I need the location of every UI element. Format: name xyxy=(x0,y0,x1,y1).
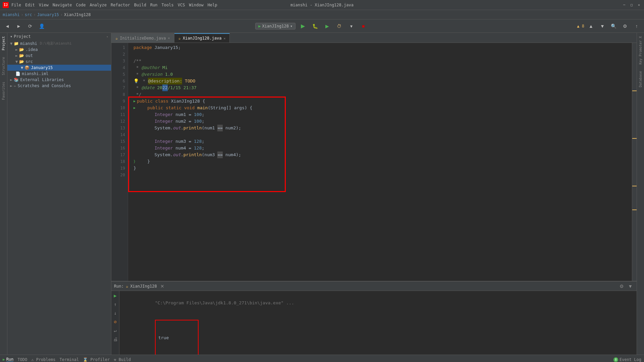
structure-tab-button[interactable]: Structure xyxy=(1,55,6,77)
console-output-block: true false xyxy=(123,313,633,355)
tab-initialize-demo[interactable]: ☕ InitializeDemo.java ✕ xyxy=(111,33,174,43)
project-header[interactable]: ▾ Project ▾ xyxy=(7,33,111,40)
menu-tools[interactable]: Tools xyxy=(162,3,174,7)
user-button[interactable]: 👤 xyxy=(37,21,46,31)
folder-icon: 📂 xyxy=(19,53,24,58)
menu-refactor[interactable]: Refactor xyxy=(111,3,130,7)
tree-item-label: out xyxy=(25,53,33,58)
close-button[interactable]: ✕ xyxy=(637,3,641,7)
window-controls: ─ □ ✕ xyxy=(622,3,641,7)
menu-file[interactable]: File xyxy=(11,3,21,7)
tab-close-2[interactable]: ✕ xyxy=(223,37,225,40)
key-promoter-tab[interactable]: Key Promoter X xyxy=(638,34,643,66)
title-bar-left: IJ File Edit View Navigate Code Analyze … xyxy=(3,2,217,8)
menu-build[interactable]: Build xyxy=(134,3,146,7)
tree-january15[interactable]: ▼ 📦 January15 xyxy=(7,65,111,71)
warning-marker-1 xyxy=(632,90,637,91)
profiler-bottom-tab[interactable]: ⌛ Profiler xyxy=(83,357,110,362)
problems-bottom-tab[interactable]: ⚠ Problems xyxy=(31,357,55,362)
run-bottom-tab[interactable]: ▶ Run xyxy=(3,357,13,362)
tab-label-1: InitializeDemo.java xyxy=(120,36,166,41)
run-config-name: XianJIng128 xyxy=(262,24,288,28)
tree-external-libraries[interactable]: ► 📚 External Libraries xyxy=(7,77,111,83)
tab-xianjing128[interactable]: ☕ XianJIng128.java ✕ xyxy=(174,33,230,43)
editor-wrapper[interactable]: package January15; /** * @author Mi xyxy=(128,43,637,281)
menu-help[interactable]: Help xyxy=(208,3,217,7)
todo-bottom-tab[interactable]: TODO xyxy=(17,357,27,362)
expand-icon: ▼ xyxy=(10,41,12,46)
favorites-tab-button[interactable]: Favorites xyxy=(1,80,6,102)
run-button[interactable]: ▶ xyxy=(298,21,308,31)
console-content[interactable]: "C:\Program Files\Java\jdk1.8.0_271\bin\… xyxy=(119,291,637,355)
breadcrumb-package[interactable]: January15 xyxy=(37,12,59,17)
tree-out[interactable]: ► 📂 out xyxy=(7,53,111,59)
terminal-bottom-tab[interactable]: Terminal xyxy=(59,357,79,362)
tree-item-label: .idea xyxy=(25,47,38,52)
update-button[interactable]: ↑ xyxy=(632,21,641,31)
code-line-16: Integer num4 = 128; xyxy=(133,145,632,152)
console-toolbar: ▶ ↑ ↓ ⊘ ↵ 🖨 xyxy=(111,291,119,355)
database-tab[interactable]: Database xyxy=(638,69,643,89)
hide-panel-button[interactable]: ▼ xyxy=(627,283,634,290)
tab-label-2: XianJIng128.java xyxy=(183,36,222,41)
run-config-selector[interactable]: ▶ XianJIng128 ▾ xyxy=(255,23,296,29)
project-dropdown-icon: ▾ xyxy=(10,34,12,39)
menu-window[interactable]: Window xyxy=(189,3,203,7)
warning-nav-down[interactable]: ▼ xyxy=(598,21,607,31)
tree-idea[interactable]: ► 📂 .idea xyxy=(7,47,111,53)
menu-run[interactable]: Run xyxy=(150,3,158,7)
project-tab-button[interactable]: Project xyxy=(1,34,6,52)
code-line-20 xyxy=(133,172,632,178)
expand-icon: ▼ xyxy=(21,65,23,70)
minimize-button[interactable]: ─ xyxy=(622,3,627,7)
menu-code[interactable]: Code xyxy=(76,3,86,7)
debug-button[interactable]: 🐛 xyxy=(310,21,320,31)
tree-mianshi-iml[interactable]: 📄 mianshi.iml xyxy=(7,71,111,77)
breadcrumb-project[interactable]: mianshi xyxy=(3,12,20,17)
right-panel-tabs: Key Promoter X Database xyxy=(637,33,644,355)
wrap-button[interactable]: ↵ xyxy=(112,327,119,334)
stop-button[interactable]: ■ xyxy=(359,21,368,31)
project-label: Project xyxy=(14,34,31,39)
build-bottom-tab[interactable]: ⚒ Build xyxy=(114,357,131,362)
tab-close-1[interactable]: ✕ xyxy=(168,36,170,40)
warning-nav-up[interactable]: ▲ xyxy=(586,21,596,31)
close-run-button[interactable]: ✕ xyxy=(159,283,166,290)
coverage-button[interactable]: ▶ xyxy=(322,21,332,31)
window-title: mianshi - XianJIng128.java xyxy=(290,3,354,7)
event-log-tab[interactable]: 8 Event Log xyxy=(613,357,641,362)
warnings-indicator[interactable]: ▲ 8 xyxy=(577,24,584,28)
tree-src[interactable]: ▼ 📂 src xyxy=(7,59,111,65)
code-line-7: * @date 2022/1/15 21:37 xyxy=(133,84,632,91)
back-button[interactable]: ◄ xyxy=(3,21,12,31)
forward-button[interactable]: ► xyxy=(14,21,23,31)
run-text: Run: xyxy=(114,284,124,289)
breadcrumb-src[interactable]: src xyxy=(25,12,32,17)
bottom-tabs-bar: Run: ☕ XianJIng128 ✕ ⚙ ▼ xyxy=(111,282,637,291)
clear-button[interactable]: ⊘ xyxy=(112,318,119,325)
settings-button[interactable]: ⚙ xyxy=(621,21,630,31)
tree-root-mianshi[interactable]: ▼ 📁 mianshi D:\电影\mianshi xyxy=(7,40,111,47)
menu-vcs[interactable]: VCS xyxy=(178,3,185,7)
menu-view[interactable]: View xyxy=(39,3,49,7)
code-content[interactable]: package January15; /** * @author Mi xyxy=(128,43,632,281)
maximize-button[interactable]: □ xyxy=(629,3,634,7)
navigate-recent-button[interactable]: ⟳ xyxy=(25,21,35,31)
search-button[interactable]: 🔍 xyxy=(609,21,619,31)
bottom-panel: Run: ☕ XianJIng128 ✕ ⚙ ▼ ▶ ↑ ↓ ⊘ xyxy=(111,281,637,355)
menu-edit[interactable]: Edit xyxy=(25,3,35,7)
scroll-up-button[interactable]: ↑ xyxy=(112,301,119,308)
menu-analyze[interactable]: Analyze xyxy=(90,3,107,7)
left-panel-tabs: Project Structure Favorites xyxy=(0,33,7,355)
code-line-5: * @version 1.0 xyxy=(133,71,632,78)
console-command-line: "C:\Program Files\Java\jdk1.8.0_271\bin\… xyxy=(123,293,633,313)
breadcrumb-sep2: › xyxy=(34,12,36,17)
print-button[interactable]: 🖨 xyxy=(112,336,119,343)
play-button[interactable]: ▶ xyxy=(112,292,119,299)
settings-panel-button[interactable]: ⚙ xyxy=(618,283,625,290)
more-run-button[interactable]: ▾ xyxy=(346,21,356,31)
menu-navigate[interactable]: Navigate xyxy=(53,3,72,7)
tree-scratches[interactable]: ► ✏ Scratches and Consoles xyxy=(7,83,111,89)
scroll-down-button[interactable]: ↓ xyxy=(112,310,119,316)
profile-button[interactable]: ⏱ xyxy=(334,21,344,31)
